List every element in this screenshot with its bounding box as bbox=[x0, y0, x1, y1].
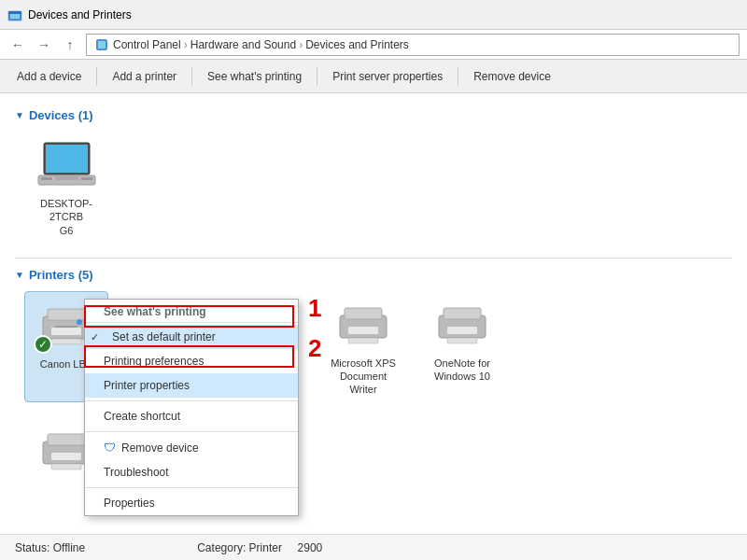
ctx-set-default-label: Set as default printer bbox=[112, 330, 216, 343]
svg-rect-28 bbox=[348, 338, 378, 343]
ctx-remove-device-label: Remove device bbox=[121, 441, 199, 455]
devices-grid: DESKTOP-2TCRBG6 bbox=[24, 132, 732, 243]
ctx-troubleshoot-label: Troubleshoot bbox=[104, 466, 169, 479]
svg-rect-16 bbox=[51, 339, 81, 344]
home-icon bbox=[94, 37, 109, 52]
toolbar: Add a device Add a printer See what's pr… bbox=[0, 60, 747, 93]
window-icon bbox=[7, 7, 22, 22]
printer-icon-wrap-xps bbox=[331, 297, 396, 353]
devices-section-label: Devices (1) bbox=[29, 108, 93, 122]
remove-device-button[interactable]: Remove device bbox=[464, 63, 560, 90]
title-bar: Devices and Printers bbox=[0, 0, 747, 30]
chevron-icon: ▼ bbox=[15, 110, 24, 120]
printer-icon-wrap-onenote bbox=[430, 297, 495, 353]
ctx-separator-1 bbox=[85, 400, 298, 401]
svg-rect-35 bbox=[51, 453, 81, 460]
up-button[interactable]: ↑ bbox=[60, 35, 80, 55]
back-button[interactable]: ← bbox=[7, 35, 28, 55]
svg-rect-34 bbox=[48, 434, 85, 445]
category-label: Category: bbox=[197, 541, 246, 554]
ctx-properties-label: Properties bbox=[104, 497, 155, 510]
printers-section-label: Printers (5) bbox=[29, 268, 93, 282]
ctx-separator-3 bbox=[85, 487, 298, 488]
address-bar: ← → ↑ Control Panel › Hardware and Sound… bbox=[0, 30, 747, 60]
svg-rect-31 bbox=[447, 327, 477, 334]
model-value: 2900 bbox=[298, 541, 323, 554]
annotation-number-1: 1 bbox=[308, 294, 321, 323]
printer-item-onenote[interactable]: OneNote forWindows 10 bbox=[420, 291, 504, 402]
add-device-button[interactable]: Add a device bbox=[7, 63, 91, 90]
ctx-printing-prefs[interactable]: Printing preferences bbox=[85, 349, 298, 373]
printer-label-xps: Microsoft XPSDocument Writer bbox=[327, 357, 400, 397]
svg-rect-9 bbox=[41, 177, 52, 180]
section-divider bbox=[15, 258, 732, 259]
svg-rect-14 bbox=[55, 326, 78, 328]
status-bar: Status: Offline Category: Printer 2900 bbox=[0, 534, 747, 560]
toolbar-separator bbox=[317, 67, 317, 86]
svg-rect-13 bbox=[51, 328, 81, 335]
printer-icon-onenote bbox=[434, 302, 490, 347]
device-icon-laptop bbox=[34, 137, 99, 193]
laptop-icon bbox=[36, 141, 97, 189]
context-menu-header: See what's printing bbox=[85, 300, 298, 323]
printer-icon-xps bbox=[335, 302, 391, 347]
device-label-laptop: DESKTOP-2TCRBG6 bbox=[30, 197, 103, 237]
svg-rect-30 bbox=[444, 308, 481, 319]
svg-rect-26 bbox=[345, 308, 382, 319]
svg-rect-12 bbox=[48, 309, 85, 320]
path-part: Hardware and Sound bbox=[190, 38, 296, 51]
toolbar-separator bbox=[96, 67, 97, 86]
print-server-properties-button[interactable]: Print server properties bbox=[323, 63, 452, 90]
ctx-separator-2 bbox=[85, 431, 298, 432]
default-printer-badge: ✓ bbox=[34, 335, 52, 354]
add-printer-button[interactable]: Add a printer bbox=[103, 63, 186, 90]
ctx-create-shortcut[interactable]: Create shortcut bbox=[85, 404, 298, 428]
ctx-printing-prefs-label: Printing preferences bbox=[104, 355, 204, 368]
svg-point-15 bbox=[77, 319, 82, 325]
address-path[interactable]: Control Panel › Hardware and Sound › Dev… bbox=[86, 34, 740, 56]
ctx-printer-props[interactable]: Printer properties bbox=[85, 373, 298, 398]
forward-button[interactable]: → bbox=[34, 35, 54, 55]
devices-section-header[interactable]: ▼ Devices (1) bbox=[15, 108, 732, 122]
printer-label-onenote: OneNote forWindows 10 bbox=[434, 357, 490, 384]
svg-rect-6 bbox=[46, 145, 88, 173]
svg-rect-36 bbox=[51, 464, 81, 469]
see-whats-printing-button[interactable]: See what's printing bbox=[198, 63, 311, 90]
svg-rect-32 bbox=[447, 338, 477, 343]
path-part: Control Panel bbox=[113, 38, 181, 51]
printers-section-header[interactable]: ▼ Printers (5) bbox=[15, 268, 732, 282]
toolbar-separator bbox=[191, 67, 192, 86]
ctx-printer-props-label: Printer properties bbox=[104, 379, 190, 392]
ctx-properties[interactable]: Properties bbox=[85, 491, 298, 515]
svg-rect-10 bbox=[81, 177, 92, 180]
svg-rect-8 bbox=[55, 176, 78, 180]
content-area: ▼ Devices (1) bbox=[0, 93, 747, 560]
category-value: Printer bbox=[249, 541, 282, 554]
device-item-laptop[interactable]: DESKTOP-2TCRBG6 bbox=[24, 132, 108, 243]
shield-icon: 🛡 bbox=[104, 441, 116, 455]
ctx-remove-device[interactable]: 🛡 Remove device bbox=[85, 435, 298, 460]
status-value: Offline bbox=[53, 541, 85, 554]
svg-rect-4 bbox=[98, 41, 106, 49]
path-part: Devices and Printers bbox=[305, 38, 409, 51]
toolbar-separator bbox=[458, 67, 458, 86]
svg-rect-27 bbox=[348, 327, 378, 334]
title-bar-text: Devices and Printers bbox=[28, 8, 132, 21]
ctx-create-shortcut-label: Create shortcut bbox=[104, 410, 180, 423]
ctx-set-default[interactable]: Set as default printer bbox=[85, 325, 298, 349]
context-menu: See what's printing Set as default print… bbox=[84, 299, 299, 516]
annotation-number-2: 2 bbox=[308, 334, 321, 363]
main-content: ▼ Devices (1) bbox=[0, 93, 747, 560]
ctx-troubleshoot[interactable]: Troubleshoot bbox=[85, 460, 298, 484]
status-label: Status: bbox=[15, 541, 49, 554]
printer-item-xps[interactable]: Microsoft XPSDocument Writer bbox=[321, 291, 405, 402]
svg-rect-2 bbox=[8, 11, 21, 14]
chevron-icon: ▼ bbox=[15, 270, 24, 280]
